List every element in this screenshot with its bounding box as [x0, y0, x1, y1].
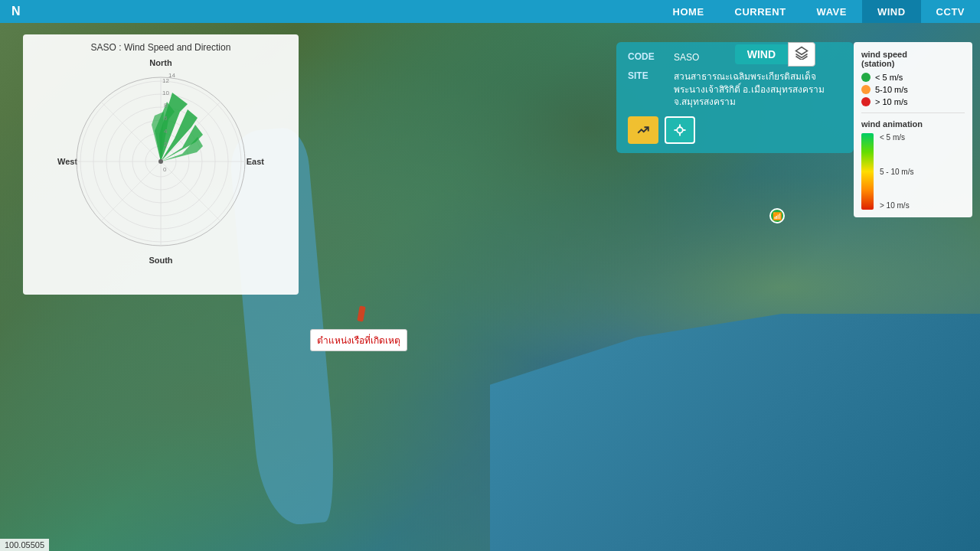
gradient-bar: [861, 133, 874, 210]
nav-logo: N: [0, 5, 32, 18]
wind-speed-legend: wind speed (station) < 5 m/s 5-10 m/s > …: [854, 42, 972, 217]
wind-rose-title: SASO : Wind Speed and Direction: [31, 42, 291, 53]
wind-tab-container: WIND: [735, 42, 815, 67]
gradient-container: < 5 m/s 5 - 10 m/s > 10 m/s: [861, 133, 965, 210]
site-label: SITE: [628, 70, 666, 81]
svg-text:14: 14: [168, 72, 175, 79]
layers-button[interactable]: [788, 42, 815, 67]
svg-point-18: [158, 159, 163, 164]
anim-label-medium: 5 - 10 m/s: [880, 168, 913, 176]
anim-label-slow: < 5 m/s: [880, 133, 913, 142]
nav-cctv[interactable]: CCTV: [921, 0, 980, 23]
station-marker: 📶: [769, 208, 785, 223]
dot-green: [861, 73, 871, 82]
nav-wave[interactable]: WAVE: [802, 0, 862, 23]
nav-current[interactable]: CURRENT: [720, 0, 802, 23]
chart-button[interactable]: [628, 116, 658, 144]
legend-item-slow: < 5 m/s: [861, 73, 965, 82]
compass-south: South: [149, 256, 172, 265]
svg-marker-20: [796, 47, 808, 55]
gradient-labels: < 5 m/s 5 - 10 m/s > 10 m/s: [880, 133, 913, 210]
nav-items: HOME CURRENT WAVE WIND CCTV: [658, 0, 980, 23]
svg-text:8: 8: [164, 102, 168, 109]
tooltip-text: ตำแหน่งเรือที่เกิดเหตุ: [317, 335, 400, 346]
svg-point-21: [677, 127, 683, 133]
compass-north: North: [149, 58, 172, 67]
legend-label-slow: < 5 m/s: [875, 73, 903, 82]
wind-rose-svg: 2 4 6 8 10 12 14 0: [69, 70, 253, 253]
wind-rose-panel: SASO : Wind Speed and Direction North So…: [23, 34, 299, 295]
nav-wind[interactable]: WIND: [862, 0, 921, 23]
marker-dot: 📶: [769, 208, 785, 223]
site-value: สวนสาธารณะเฉลิมพระเกียรติสมเด็จพระนางเจ้…: [674, 70, 842, 109]
svg-text:2: 2: [164, 141, 168, 148]
station-buttons: [628, 116, 842, 144]
coordinates-display: 100.05505: [0, 539, 49, 551]
ship-tooltip: ตำแหน่งเรือที่เกิดเหตุ: [310, 329, 407, 351]
svg-text:4: 4: [164, 128, 168, 135]
legend-item-medium: 5-10 m/s: [861, 85, 965, 94]
crosshair-button[interactable]: [665, 116, 695, 144]
wind-tab-label: WIND: [735, 44, 788, 64]
legend-label-medium: 5-10 m/s: [875, 85, 908, 94]
dot-red: [861, 97, 871, 106]
code-label: CODE: [628, 51, 666, 62]
animation-legend-title: wind animation: [861, 119, 965, 129]
wind-rose-container: North South West East: [54, 54, 268, 269]
station-site-row: SITE สวนสาธารณะเฉลิมพระเกียรติสมเด็จพระน…: [628, 70, 842, 109]
wifi-icon: 📶: [773, 212, 782, 220]
legend-item-fast: > 10 m/s: [861, 97, 965, 106]
dot-orange: [861, 85, 871, 94]
anim-label-fast: > 10 m/s: [880, 201, 913, 210]
svg-text:0: 0: [163, 166, 167, 173]
svg-text:6: 6: [164, 115, 168, 122]
code-value: SASO: [674, 51, 699, 64]
coordinates-value: 100.05505: [5, 540, 44, 549]
navbar: N HOME CURRENT WAVE WIND CCTV: [0, 0, 980, 23]
svg-text:10: 10: [162, 90, 169, 96]
legend-label-fast: > 10 m/s: [875, 97, 908, 106]
speed-legend-title: wind speed (station): [861, 50, 965, 68]
nav-home[interactable]: HOME: [658, 0, 720, 23]
